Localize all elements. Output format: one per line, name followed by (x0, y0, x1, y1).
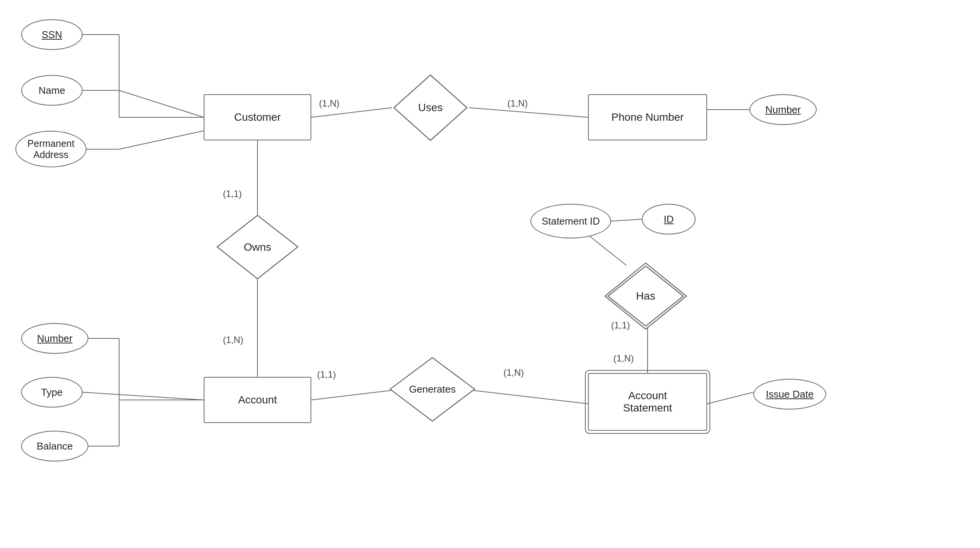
attr-issue-date: Issue Date (753, 379, 826, 410)
attr-type: Type (21, 377, 83, 408)
attr-id: ID (642, 204, 696, 235)
card-account-generates: (1,1) (317, 369, 336, 380)
svg-line-18 (311, 390, 392, 400)
entity-account-statement: AccountStatement (588, 373, 707, 431)
attr-account-number: Number (21, 323, 88, 354)
svg-line-23 (707, 392, 753, 404)
card-customer-uses: (1,N) (319, 98, 339, 109)
card-has-account-statement: (1,N) (613, 353, 634, 364)
svg-line-4 (119, 90, 204, 117)
svg-line-21 (611, 219, 642, 221)
relationship-owns: Owns (215, 213, 300, 281)
entity-phone-number: Phone Number (588, 94, 707, 140)
entity-account: Account (204, 377, 311, 423)
entity-customer: Customer (204, 94, 311, 140)
attr-phone-number: Number (749, 94, 817, 125)
card-uses-phone: (1,N) (507, 98, 528, 109)
attr-permanent-address: PermanentAddress (15, 131, 86, 167)
card-customer-owns: (1,1) (223, 188, 242, 199)
attr-balance: Balance (21, 431, 88, 461)
attr-statement-id: Statement ID (530, 204, 611, 238)
relationship-generates: Generates (388, 356, 477, 423)
svg-line-15 (83, 392, 204, 400)
card-owns-account: (1,N) (223, 335, 243, 345)
card-generates-statement: (1,N) (503, 367, 524, 378)
svg-line-6 (119, 131, 204, 149)
card-statement-id-has: (1,1) (611, 320, 630, 331)
relationship-uses: Uses (392, 73, 469, 142)
svg-line-8 (469, 108, 588, 117)
attr-ssn: SSN (21, 19, 83, 50)
connector-lines (0, 0, 980, 548)
svg-line-7 (311, 108, 392, 117)
attr-name: Name (21, 75, 83, 106)
svg-line-19 (473, 390, 588, 404)
er-diagram: SSN Name PermanentAddress Number Number … (0, 0, 980, 548)
